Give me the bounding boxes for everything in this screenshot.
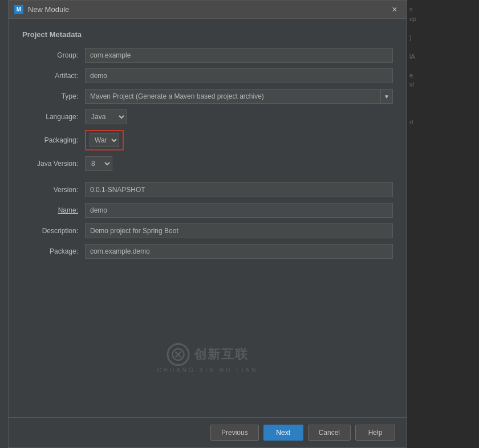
type-label: Type: — [22, 92, 85, 100]
package-label: Package: — [22, 247, 85, 255]
group-row: Group: — [22, 48, 393, 63]
name-row: Name: — [22, 203, 393, 218]
new-module-dialog: M New Module × Project Metadata Group: A… — [8, 0, 407, 448]
watermark: 创新互联 CHUANG XIN HU LIAN — [157, 343, 258, 373]
package-input[interactable] — [85, 244, 393, 259]
artifact-label: Artifact: — [22, 72, 85, 80]
artifact-input[interactable] — [85, 68, 393, 83]
dialog-overlay: sep)lAe.vlrt M New Module × Project Meta… — [0, 0, 479, 448]
java-version-row: Java Version: 8 11 17 — [22, 156, 393, 171]
language-label: Language: — [22, 113, 85, 121]
cancel-button[interactable]: Cancel — [308, 425, 351, 441]
packaging-highlight: War Jar — [85, 130, 124, 150]
module-icon: M — [14, 5, 23, 14]
name-input[interactable] — [85, 203, 393, 218]
java-version-select[interactable]: 8 11 17 — [85, 156, 112, 171]
version-input[interactable] — [85, 182, 393, 197]
version-row: Version: — [22, 182, 393, 197]
section-title: Project Metadata — [22, 30, 393, 39]
next-button[interactable]: Next — [263, 425, 303, 441]
artifact-row: Artifact: — [22, 68, 393, 83]
background-editor: sep)lAe.vlrt — [407, 0, 479, 448]
type-dropdown-arrow[interactable]: ▼ — [380, 89, 393, 104]
watermark-subtext: CHUANG XIN HU LIAN — [157, 367, 258, 373]
description-input[interactable] — [85, 223, 393, 238]
java-version-label: Java Version: — [22, 160, 85, 168]
packaging-select[interactable]: War Jar — [90, 133, 119, 147]
language-row: Language: Java Kotlin Groovy — [22, 109, 393, 124]
help-button[interactable]: Help — [355, 425, 395, 441]
package-row: Package: — [22, 244, 393, 259]
close-button[interactable]: × — [388, 3, 401, 16]
type-dropdown-container: Maven Project (Generate a Maven based pr… — [85, 89, 393, 104]
language-select[interactable]: Java Kotlin Groovy — [85, 109, 127, 124]
dialog-footer: Previous Next Cancel Help — [9, 417, 407, 447]
watermark-logo: 创新互联 — [167, 343, 249, 366]
version-label: Version: — [22, 186, 85, 194]
dialog-title: New Module — [28, 5, 69, 14]
title-bar-left: M New Module — [14, 5, 69, 14]
group-label: Group: — [22, 51, 85, 59]
description-label: Description: — [22, 227, 85, 235]
packaging-label: Packaging: — [22, 136, 85, 144]
type-dropdown-text: Maven Project (Generate a Maven based pr… — [85, 89, 380, 104]
type-row: Type: Maven Project (Generate a Maven ba… — [22, 89, 393, 104]
previous-button[interactable]: Previous — [210, 425, 259, 441]
name-label: Name: — [22, 206, 85, 214]
watermark-icon — [167, 343, 189, 366]
watermark-text: 创新互联 — [194, 346, 249, 363]
group-input[interactable] — [85, 48, 393, 63]
packaging-row: Packaging: War Jar — [22, 130, 393, 150]
description-row: Description: — [22, 223, 393, 238]
dialog-content: Project Metadata Group: Artifact: Type: … — [9, 19, 407, 417]
title-bar: M New Module × — [9, 1, 407, 19]
